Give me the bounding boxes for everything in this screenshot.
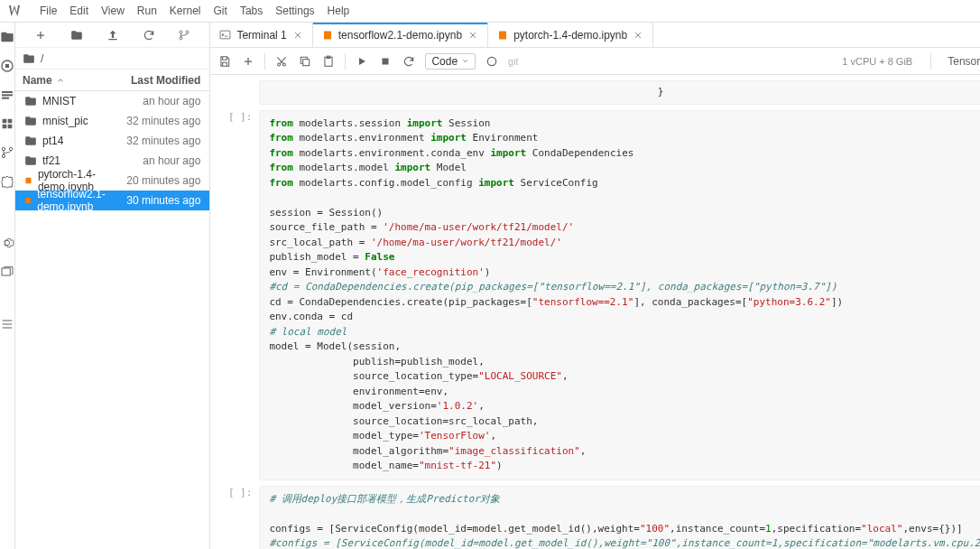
code-cell[interactable]: }: [223, 80, 980, 105]
svg-point-10: [180, 37, 182, 40]
svg-rect-3: [2, 94, 13, 96]
close-icon[interactable]: [633, 30, 643, 41]
cell-type-select[interactable]: Code: [425, 53, 476, 70]
svg-rect-1: [5, 64, 9, 68]
file-modified: 32 minutes ago: [110, 115, 209, 127]
file-name: mnist_pic: [15, 115, 110, 127]
tab[interactable]: Terminal 1: [210, 23, 312, 47]
file-name: tensorflow2.1-demo.ipynb: [15, 188, 110, 213]
file-row[interactable]: pt1432 minutes ago: [15, 131, 209, 151]
cell-source[interactable]: }: [259, 80, 980, 105]
svg-point-17: [278, 63, 281, 66]
menu-git[interactable]: Git: [214, 5, 227, 17]
save-button[interactable]: [217, 54, 232, 69]
column-modified[interactable]: Last Modified: [110, 70, 209, 90]
run-cell-button[interactable]: [355, 54, 369, 69]
resource-status: 1 vCPU + 8 GiB: [842, 56, 912, 67]
tab-label: tensorflow2.1-demo.ipynb: [338, 29, 462, 42]
svg-rect-19: [303, 59, 310, 65]
commands-icon[interactable]: [0, 88, 14, 102]
svg-point-18: [283, 63, 286, 66]
column-name[interactable]: Name: [15, 70, 110, 90]
interrupt-button[interactable]: [378, 54, 393, 69]
menu-run[interactable]: Run: [137, 5, 157, 17]
tab-label: pytorch-1.4-demo.ipynb: [513, 29, 627, 42]
svg-rect-14: [220, 31, 230, 39]
running-icon[interactable]: [0, 59, 14, 73]
folder-icon: [24, 135, 37, 147]
menu-settings[interactable]: Settings: [275, 5, 314, 17]
menu-edit[interactable]: Edit: [69, 5, 88, 17]
close-icon[interactable]: [467, 30, 478, 41]
refresh-button[interactable]: [142, 28, 156, 42]
new-launcher-button[interactable]: [33, 28, 48, 42]
restart-kernel-button[interactable]: [402, 54, 416, 69]
svg-point-7: [9, 147, 12, 150]
insert-cell-button[interactable]: [241, 54, 255, 69]
cell-prompt: [223, 80, 259, 105]
paste-cell-button[interactable]: [321, 54, 336, 69]
svg-rect-13: [25, 198, 31, 203]
folder-icon: [24, 154, 37, 167]
breadcrumb[interactable]: /: [15, 48, 209, 70]
svg-point-9: [180, 31, 182, 33]
extension-icon[interactable]: [0, 174, 14, 189]
file-list-header: Name Last Modified: [15, 70, 209, 91]
tab[interactable]: tensorflow2.1-demo.ipynb: [313, 23, 488, 47]
folder-icon: [23, 52, 35, 65]
chevron-up-icon: [56, 76, 65, 85]
notebook-icon: [24, 194, 32, 207]
tab-bar: Terminal 1tensorflow2.1-demo.ipynbpytorc…: [210, 23, 980, 48]
chevron-down-icon: [461, 57, 469, 65]
notebook-body[interactable]: } [ ]: from modelarts.session import Ses…: [210, 75, 980, 549]
notebook-icon: [322, 30, 333, 41]
gear-icon[interactable]: [0, 236, 14, 250]
main-content: Terminal 1tensorflow2.1-demo.ipynbpytorc…: [210, 23, 980, 549]
file-browser-toolbar: [15, 23, 209, 48]
folder-icon: [24, 115, 37, 127]
svg-rect-15: [324, 31, 331, 39]
menu-tabs[interactable]: Tabs: [240, 5, 263, 17]
kernel-name[interactable]: TensorFlow-1.13.1: [948, 55, 980, 68]
checkpoint-button[interactable]: [485, 54, 499, 69]
menu-kernel[interactable]: Kernel: [170, 5, 201, 17]
file-row[interactable]: MNISTan hour ago: [15, 91, 209, 111]
cell-prompt: [ ]:: [223, 110, 259, 480]
cell-source[interactable]: from modelarts.session import Session fr…: [259, 110, 980, 480]
file-modified: an hour ago: [110, 154, 209, 167]
code-cell[interactable]: [ ]: from modelarts.session import Sessi…: [223, 110, 980, 480]
notebook-toolbar: Code git 1 vCPU + 8 GiB TensorFlow-1.13.…: [210, 48, 980, 75]
copy-cell-button[interactable]: [298, 54, 312, 69]
code-cell[interactable]: [ ]: # 调用deploy接口部署模型，生成Predictor对象 conf…: [223, 486, 980, 550]
folder-icon[interactable]: [0, 30, 14, 44]
file-modified: 20 minutes ago: [110, 174, 209, 187]
svg-point-23: [487, 57, 495, 65]
svg-rect-2: [2, 91, 13, 93]
properties-icon[interactable]: [0, 116, 14, 131]
menu-view[interactable]: View: [101, 5, 125, 17]
cut-cell-button[interactable]: [274, 54, 289, 69]
new-folder-button[interactable]: [69, 28, 84, 42]
file-modified: 32 minutes ago: [110, 135, 209, 147]
svg-point-5: [2, 147, 5, 150]
svg-rect-22: [383, 58, 389, 64]
close-icon[interactable]: [292, 30, 303, 41]
file-row[interactable]: mnist_pic32 minutes ago: [15, 111, 209, 131]
cell-source[interactable]: # 调用deploy接口部署模型，生成Predictor对象 configs =…: [259, 486, 980, 550]
file-row[interactable]: tensorflow2.1-demo.ipynb30 minutes ago: [15, 191, 209, 210]
git-clone-button[interactable]: [177, 28, 191, 42]
upload-button[interactable]: [106, 28, 120, 42]
menu-help[interactable]: Help: [328, 5, 350, 17]
file-browser-sidebar: / Name Last Modified MNISTan hour agomni…: [15, 23, 210, 549]
svg-rect-12: [25, 178, 31, 184]
menu-file[interactable]: File: [40, 5, 57, 17]
list-icon[interactable]: [0, 317, 14, 331]
notebook-icon: [497, 30, 508, 41]
activity-bar: [0, 23, 15, 549]
app-logo-icon: [7, 4, 22, 18]
file-list: MNISTan hour agomnist_pic32 minutes agop…: [15, 91, 209, 549]
svg-point-11: [186, 31, 189, 33]
git-branch-icon[interactable]: [0, 145, 14, 160]
tabs-icon[interactable]: [0, 265, 14, 279]
tab[interactable]: pytorch-1.4-demo.ipynb: [488, 23, 653, 47]
